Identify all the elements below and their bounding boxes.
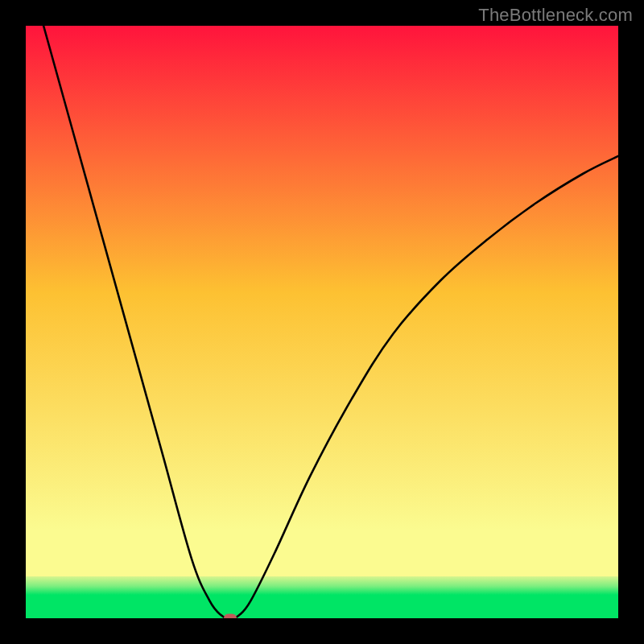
watermark-text: TheBottleneck.com (478, 5, 633, 26)
minimum-marker (224, 614, 237, 619)
chart-frame: TheBottleneck.com (0, 0, 644, 644)
bottleneck-curve (43, 26, 618, 618)
curve-layer (26, 26, 618, 618)
plot-area (26, 26, 618, 618)
